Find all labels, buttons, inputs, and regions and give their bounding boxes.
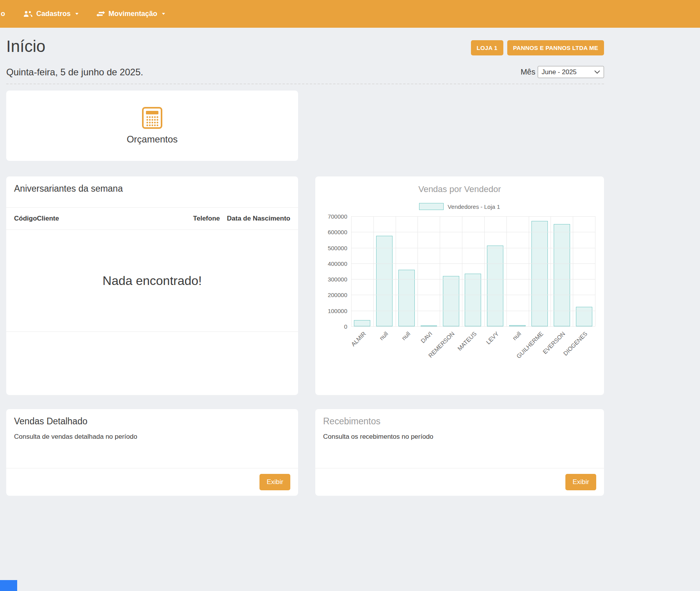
y-tick-label: 300000 (328, 276, 347, 283)
bar-slot (573, 216, 595, 326)
column-header-telefone: Telefone (193, 215, 220, 223)
bar-slot (529, 216, 551, 326)
recebimentos-description: Consulta os recebimentos no período (315, 427, 604, 441)
y-tick-label: 400000 (328, 260, 347, 267)
recebimentos-title: Recebimentos (315, 409, 604, 427)
v-gridline (551, 216, 551, 326)
y-tick-label: 600000 (328, 229, 347, 235)
empty-message: Nada encontrado! (103, 274, 202, 288)
chart-plot (351, 216, 595, 326)
bar-slot (551, 216, 573, 326)
chart-legend[interactable]: Vendedores - Loja 1 (315, 203, 604, 210)
bar-slot (418, 216, 440, 326)
month-select[interactable]: June - 2025 (538, 66, 604, 78)
bar-slot (440, 216, 462, 326)
h-gridline (351, 295, 595, 295)
navbar-brand-partial[interactable]: o (0, 10, 5, 18)
chart-y-axis: 7000006000005000004000003000002000001000… (315, 216, 351, 326)
recebimentos-footer: Exibir (315, 468, 604, 496)
x-tick-label: ALMIR (350, 330, 367, 347)
bar-EVERSON (554, 224, 570, 326)
h-gridline (351, 263, 595, 264)
chart-area: 7000006000005000004000003000002000001000… (315, 216, 604, 326)
column-header-nascimento: Data de Nascimento (227, 215, 291, 223)
store-button[interactable]: LOJA 1 (471, 40, 503, 55)
bar-slot (506, 216, 529, 326)
v-gridline (506, 216, 507, 326)
page-header: Início LOJA 1 PANNOS E PANNOS LTDA ME (6, 28, 604, 56)
h-gridline (351, 216, 595, 217)
bar-MATEUS (465, 274, 481, 326)
birthdays-card-title: Aniversariantes da semana (6, 176, 298, 207)
bar-ALMIR (354, 320, 370, 326)
chart-x-axis: ALMIRnullnullDAVIREMERSONMATEUSLEVYnullG… (351, 326, 595, 362)
nav-item-cadastros[interactable]: Cadastros (23, 10, 78, 18)
bar-slot (373, 216, 396, 326)
month-label: Mês (521, 68, 535, 77)
bar-DIOGENES (576, 307, 592, 326)
v-gridline (418, 216, 418, 326)
users-icon (23, 11, 33, 17)
nav-item-label: Cadastros (36, 10, 71, 18)
v-gridline (373, 216, 374, 326)
vendas-detalhado-card: Vendas Detalhado Consulta de vendas deta… (6, 409, 298, 496)
v-gridline (396, 216, 396, 326)
bar-LEVY (487, 246, 503, 326)
legend-swatch (419, 203, 444, 210)
y-tick-label: 700000 (328, 213, 347, 220)
bottom-row: Vendas Detalhado Consulta de vendas deta… (6, 409, 604, 496)
main-content: Início LOJA 1 PANNOS E PANNOS LTDA ME Qu… (6, 28, 604, 496)
exibir-recebimentos-button[interactable]: Exibir (565, 474, 596, 490)
v-gridline (462, 216, 462, 326)
divider (6, 331, 298, 332)
bar-REMERSON (443, 276, 459, 326)
v-gridline (595, 216, 595, 326)
vendas-detalhado-description: Consulta de vendas detalhada no período (6, 427, 298, 441)
bottom-left-blue-artifact (0, 580, 17, 591)
x-label-slot: DIOGENES (573, 326, 595, 362)
company-button[interactable]: PANNOS E PANNOS LTDA ME (507, 40, 604, 55)
birthdays-empty-area: Nada encontrado! (6, 230, 298, 331)
y-tick-label: 500000 (328, 244, 347, 251)
x-tick-label: null (511, 330, 522, 342)
header-buttons: LOJA 1 PANNOS E PANNOS LTDA ME (471, 40, 604, 55)
y-tick-label: 0 (344, 323, 347, 330)
column-header-cliente: Cliente (37, 215, 59, 223)
x-label-slot: MATEUS (462, 326, 484, 362)
y-tick-label: 200000 (328, 292, 347, 298)
middle-row: Aniversariantes da semana Código Cliente… (6, 176, 604, 395)
x-tick-label: LEVY (485, 330, 500, 345)
vendas-detalhado-footer: Exibir (6, 468, 298, 496)
page-title: Início (6, 37, 45, 56)
chart-bars (351, 216, 595, 326)
bar-null (376, 236, 393, 326)
x-tick-label: null (400, 330, 412, 342)
v-gridline (573, 216, 573, 326)
h-gridline (351, 232, 595, 232)
bar-slot (351, 216, 373, 326)
chart-title: Vendas por Vendedor (315, 176, 604, 194)
bar-slot (484, 216, 506, 326)
orcamentos-card[interactable]: Orçamentos (6, 91, 298, 161)
orcamentos-label: Orçamentos (127, 134, 178, 145)
sales-chart-card: Vendas por Vendedor Vendedores - Loja 1 … (315, 176, 604, 395)
x-label-slot: LEVY (484, 326, 506, 362)
legend-label: Vendedores - Loja 1 (448, 203, 500, 210)
date-row: Quinta-feira, 5 de junho de 2025. Mês Ju… (6, 66, 604, 78)
dashed-divider (6, 84, 604, 84)
x-label-slot: null (373, 326, 396, 362)
month-select-value: June - 2025 (542, 68, 577, 76)
nav-item-movimentacao[interactable]: Movimentação (96, 10, 165, 18)
v-gridline (440, 216, 440, 326)
bar-slot (462, 216, 484, 326)
h-gridline (351, 311, 595, 311)
calculator-icon (141, 107, 163, 129)
column-header-codigo: Código (14, 215, 37, 223)
birthdays-table-header: Código Cliente Telefone Data de Nascimen… (14, 208, 290, 230)
v-gridline (529, 216, 529, 326)
x-label-slot: ALMIR (351, 326, 373, 362)
exibir-vendas-button[interactable]: Exibir (259, 474, 290, 490)
y-tick-label: 100000 (328, 307, 347, 314)
nav-item-label: Movimentação (108, 10, 157, 18)
vendas-detalhado-title: Vendas Detalhado (6, 409, 298, 427)
